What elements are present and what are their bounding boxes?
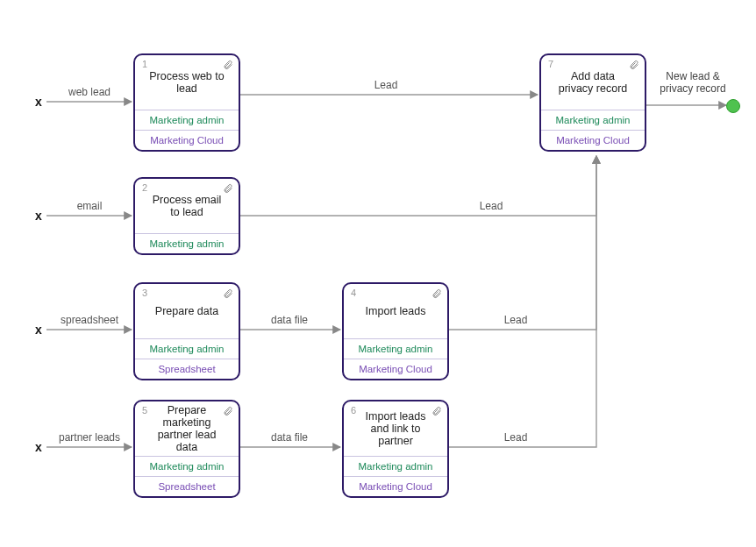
attachment-icon xyxy=(431,288,442,302)
end-label: New lead & privacy record xyxy=(653,70,732,95)
attachment-icon xyxy=(223,405,233,420)
edge-label-partner-leads: partner leads xyxy=(59,431,120,444)
node-role: Marketing admin xyxy=(541,110,645,130)
node-number: 1 xyxy=(142,59,147,69)
node-number: 3 xyxy=(142,288,147,298)
node-role: Marketing admin xyxy=(344,456,447,476)
node-4-import-leads[interactable]: 4 Import leads Marketing admin Marketing… xyxy=(342,282,449,380)
node-system: Marketing Cloud xyxy=(344,359,447,379)
attachment-icon xyxy=(629,59,639,74)
node-2-process-email-to-lead[interactable]: 2 Process email to lead Marketing admin xyxy=(133,177,240,255)
node-5-prepare-partner-lead-data[interactable]: 5 Prepare marketing partner lead data Ma… xyxy=(133,400,240,498)
node-number: 2 xyxy=(142,182,147,193)
node-3-prepare-data[interactable]: 3 Prepare data Marketing admin Spreadshe… xyxy=(133,282,240,380)
node-6-import-leads-link-partner[interactable]: 6 Import leads and link to partner Marke… xyxy=(342,400,449,498)
start-marker-4: x xyxy=(35,440,42,454)
node-number: 5 xyxy=(142,405,147,416)
node-system: Spreadsheet xyxy=(135,359,239,379)
edge-label-datafile-3-4: data file xyxy=(271,314,308,326)
attachment-icon xyxy=(223,59,233,74)
node-system: Marketing Cloud xyxy=(344,476,447,496)
node-role: Marketing admin xyxy=(135,110,239,130)
end-node-icon xyxy=(726,99,740,113)
node-system: Spreadsheet xyxy=(135,476,239,496)
node-number: 4 xyxy=(351,288,356,298)
start-marker-1: x xyxy=(35,95,42,109)
attachment-icon xyxy=(223,288,233,302)
start-marker-2: x xyxy=(35,209,42,223)
edge-label-email: email xyxy=(77,200,103,212)
node-role: Marketing admin xyxy=(135,233,239,253)
node-7-add-data-privacy-record[interactable]: 7 Add data privacy record Marketing admi… xyxy=(539,53,646,152)
edge-label-lead-1-7: Lead xyxy=(374,79,398,91)
node-role: Marketing admin xyxy=(135,456,239,476)
edge-label-web-lead: web lead xyxy=(68,86,111,98)
attachment-icon xyxy=(431,405,442,420)
node-role: Marketing admin xyxy=(344,338,447,359)
node-system: Marketing Cloud xyxy=(135,130,239,150)
edge-label-spreadsheet: spreadsheet xyxy=(61,314,118,326)
node-system: Marketing Cloud xyxy=(541,130,645,150)
node-number: 7 xyxy=(548,59,553,69)
edge-label-lead-6-7: Lead xyxy=(504,431,528,444)
edge-label-lead-4-7: Lead xyxy=(504,314,528,326)
node-1-process-web-to-lead[interactable]: 1 Process web to lead Marketing admin Ma… xyxy=(133,53,240,152)
node-role: Marketing admin xyxy=(135,338,239,359)
attachment-icon xyxy=(223,182,233,197)
node-number: 6 xyxy=(351,405,356,416)
edge-label-lead-2-7: Lead xyxy=(480,200,503,212)
edge-label-datafile-5-6: data file xyxy=(271,431,308,444)
start-marker-3: x xyxy=(35,323,42,337)
